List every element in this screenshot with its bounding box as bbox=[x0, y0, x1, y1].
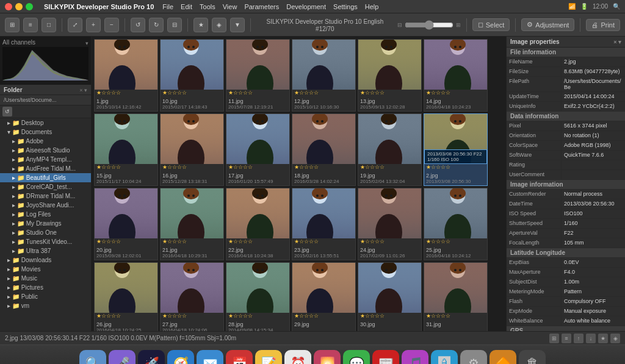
dock-item-system-prefs[interactable]: ⚙ bbox=[460, 350, 487, 365]
thumb-stars[interactable]: ★☆☆☆☆ bbox=[226, 313, 289, 320]
dock-item-launchpad[interactable]: 🚀 bbox=[138, 350, 165, 365]
properties-options[interactable]: × ▾ bbox=[613, 39, 621, 45]
thumb-stars[interactable]: ★☆☆☆☆ bbox=[95, 164, 157, 171]
menu-item-settings[interactable]: Settings bbox=[333, 3, 358, 10]
dock-item-safari[interactable]: 🧭 bbox=[167, 350, 194, 365]
status-icon-6[interactable]: ◈ bbox=[610, 334, 620, 343]
folder-item[interactable]: ▸📁 JoyoShare Audi... bbox=[0, 201, 91, 210]
folder-item[interactable]: ▸📁 Music bbox=[0, 274, 91, 283]
folder-item[interactable]: ▸📁 AnyMP4 Templ... bbox=[0, 155, 91, 164]
toolbar-single-btn[interactable]: □ bbox=[42, 18, 56, 32]
select-button[interactable]: ◻ Select bbox=[472, 18, 510, 31]
print-button[interactable]: 🖨 Print bbox=[586, 19, 620, 31]
folder-item[interactable]: ▸📁 Movies bbox=[0, 265, 91, 274]
thumbnail-item[interactable]: ★☆☆☆☆28.jpg2014/09/08 14:15:34 bbox=[226, 262, 290, 331]
folder-item[interactable]: ▸📁 vm bbox=[0, 301, 91, 310]
thumbnail-item[interactable]: ★☆☆☆☆20.jpg2015/09/28 12:02:01 bbox=[94, 188, 158, 260]
thumbnail-item[interactable]: ★☆☆☆☆31.jpg bbox=[424, 262, 488, 331]
thumb-stars[interactable]: ★☆☆☆☆ bbox=[358, 313, 421, 320]
thumbnail-item[interactable]: ★☆☆☆☆13.jpg2015/09/13 12:02:28 bbox=[358, 39, 422, 112]
thumb-stars[interactable]: ★☆☆☆☆ bbox=[424, 90, 487, 97]
close-button[interactable] bbox=[5, 3, 12, 10]
thumbnail-item[interactable]: 2013/03/08 20:56:30 F22 1/160 ISO 100★☆☆… bbox=[424, 113, 488, 186]
thumbnail-item[interactable]: ★☆☆☆☆12.jpg2015/10/12 10:16:30 bbox=[292, 39, 356, 112]
status-icon-1[interactable]: ⊞ bbox=[549, 334, 559, 343]
menu-item-development[interactable]: Development bbox=[286, 3, 326, 10]
dock-item-mail[interactable]: ✉️ bbox=[197, 350, 223, 365]
folder-item[interactable]: ▸📁 DRmare Tidal M... bbox=[0, 191, 91, 201]
dock-item-reminders[interactable]: ⏰ bbox=[284, 350, 311, 365]
thumbnail-grid[interactable]: ★☆☆☆☆1.jpg2015/10/14 12:16:42★☆☆☆☆10.jpg… bbox=[92, 37, 506, 331]
toolbar-zoom-out-btn[interactable]: − bbox=[104, 18, 119, 32]
thumbnail-item[interactable]: ★☆☆☆☆11.jpg2015/07/28 12:19:21 bbox=[226, 39, 290, 112]
folder-item[interactable]: ▸📁 TunesKit Video... bbox=[0, 237, 91, 246]
dock-item-silkypix[interactable]: 🔶 bbox=[490, 350, 516, 365]
thumbnail-item[interactable]: ★☆☆☆☆21.jpg2016/04/18 10:29:31 bbox=[160, 188, 224, 260]
folder-item[interactable]: ▾📁 Documents bbox=[0, 127, 91, 137]
status-icon-2[interactable]: ≡ bbox=[562, 334, 571, 343]
menu-item-file[interactable]: File bbox=[162, 3, 173, 10]
adjustment-button[interactable]: ⚙ Adjustment bbox=[521, 18, 574, 31]
thumbnail-item[interactable]: ★☆☆☆☆30.jpg bbox=[358, 262, 422, 331]
search-icon[interactable]: 🔍 bbox=[613, 3, 620, 10]
histogram-options[interactable]: ▾ bbox=[85, 40, 89, 46]
thumb-stars[interactable]: ★☆☆☆☆ bbox=[424, 164, 487, 171]
folder-item[interactable]: ▸📁 My Drawings bbox=[0, 219, 91, 228]
thumb-stars[interactable]: ★☆☆☆☆ bbox=[358, 90, 421, 97]
menu-item-tools[interactable]: Tools bbox=[200, 3, 215, 10]
thumb-stars[interactable]: ★☆☆☆☆ bbox=[424, 238, 487, 246]
thumb-stars[interactable]: ★☆☆☆☆ bbox=[226, 164, 289, 171]
dock-item-itunes[interactable]: 🎵 bbox=[402, 350, 428, 365]
thumb-stars[interactable]: ★☆☆☆☆ bbox=[292, 90, 355, 97]
toolbar-rotate-right-btn[interactable]: ↻ bbox=[149, 18, 164, 32]
thumbnail-item[interactable]: ★☆☆☆☆18.jpg2016/03/28 14:02:24 bbox=[292, 113, 356, 186]
status-icon-4[interactable]: ↓ bbox=[586, 334, 596, 343]
dock-item-news[interactable]: 📰 bbox=[372, 350, 399, 365]
folder-item[interactable]: ▸📁 Adobe bbox=[0, 137, 91, 146]
folder-item[interactable]: ▸📁 Public bbox=[0, 292, 91, 301]
folder-item[interactable]: ▸📁 Ultra 387 bbox=[0, 246, 91, 255]
dock-item-messages[interactable]: 💬 bbox=[343, 350, 370, 365]
thumb-stars[interactable]: ★☆☆☆☆ bbox=[95, 313, 157, 320]
dock-item-trash[interactable]: 🗑 bbox=[519, 350, 546, 365]
thumb-stars[interactable]: ★☆☆☆☆ bbox=[358, 164, 421, 171]
toolbar-fit-btn[interactable]: ⤢ bbox=[68, 18, 82, 32]
dock-item-siri[interactable]: 🎤 bbox=[109, 350, 135, 365]
folder-item[interactable]: ▸📁 Aiseesoft Studio bbox=[0, 146, 91, 155]
folder-item[interactable]: ▸📁 AudFree Tidal M... bbox=[0, 164, 91, 173]
thumbnail-item[interactable]: ★☆☆☆☆24.jpg2017/02/09 11:01:26 bbox=[358, 188, 422, 260]
thumb-stars[interactable]: ★☆☆☆☆ bbox=[292, 313, 355, 320]
menu-item-edit[interactable]: Edit bbox=[181, 3, 192, 10]
thumb-stars[interactable]: ★☆☆☆☆ bbox=[292, 238, 355, 246]
toolbar-list-btn[interactable]: ≡ bbox=[23, 18, 38, 32]
zoom-slider[interactable] bbox=[405, 20, 453, 30]
dock-item-app-store[interactable]: 🅰 bbox=[431, 350, 458, 365]
toolbar-rotate-left-btn[interactable]: ↺ bbox=[131, 18, 145, 32]
thumb-stars[interactable]: ★☆☆☆☆ bbox=[424, 313, 487, 320]
menu-item-help[interactable]: Help bbox=[365, 3, 379, 10]
thumb-stars[interactable]: ★☆☆☆☆ bbox=[161, 238, 223, 246]
menu-item-parameters[interactable]: Parameters bbox=[244, 3, 279, 10]
thumbnail-item[interactable]: ★☆☆☆☆25.jpg2016/04/18 10:24:12 bbox=[424, 188, 488, 260]
thumbnail-item[interactable]: ★☆☆☆☆22.jpg2016/04/18 10:24:38 bbox=[226, 188, 290, 260]
dock-item-finder[interactable]: 🔍 bbox=[79, 350, 106, 365]
status-icon-5[interactable]: ★ bbox=[598, 334, 608, 343]
thumbnail-item[interactable]: ★☆☆☆☆26.jpg2016/04/18 10:24:25 bbox=[94, 262, 158, 331]
folder-item[interactable]: ▸📁 Studio One bbox=[0, 228, 91, 237]
thumbnail-item[interactable]: ★☆☆☆☆27.jpg2016/04/18 10:24:06 bbox=[160, 262, 224, 331]
thumbnail-item[interactable]: ★☆☆☆☆1.jpg2015/10/14 12:16:42 bbox=[94, 39, 158, 112]
thumbnail-item[interactable]: ★☆☆☆☆19.jpg2015/02/04 13:32:04 bbox=[358, 113, 422, 186]
thumb-stars[interactable]: ★☆☆☆☆ bbox=[95, 90, 157, 97]
thumbnail-item[interactable]: ★☆☆☆☆15.jpg2015/11/17 10:04:24 bbox=[94, 113, 158, 186]
toolbar-filter-btn[interactable]: ▼ bbox=[230, 18, 245, 32]
thumb-stars[interactable]: ★☆☆☆☆ bbox=[161, 164, 223, 171]
folder-item[interactable]: ▸📁 Downloads bbox=[0, 255, 91, 265]
minimize-button[interactable] bbox=[15, 3, 23, 10]
maximize-button[interactable] bbox=[26, 3, 33, 10]
thumb-stars[interactable]: ★☆☆☆☆ bbox=[226, 90, 289, 97]
thumb-stars[interactable]: ★☆☆☆☆ bbox=[95, 238, 157, 246]
thumbnail-item[interactable]: ★☆☆☆☆10.jpg2015/02/17 14:18:43 bbox=[160, 39, 224, 112]
toolbar-color-btn[interactable]: ◈ bbox=[212, 18, 226, 32]
thumb-stars[interactable]: ★☆☆☆☆ bbox=[358, 238, 421, 246]
thumb-stars[interactable]: ★☆☆☆☆ bbox=[161, 313, 223, 320]
